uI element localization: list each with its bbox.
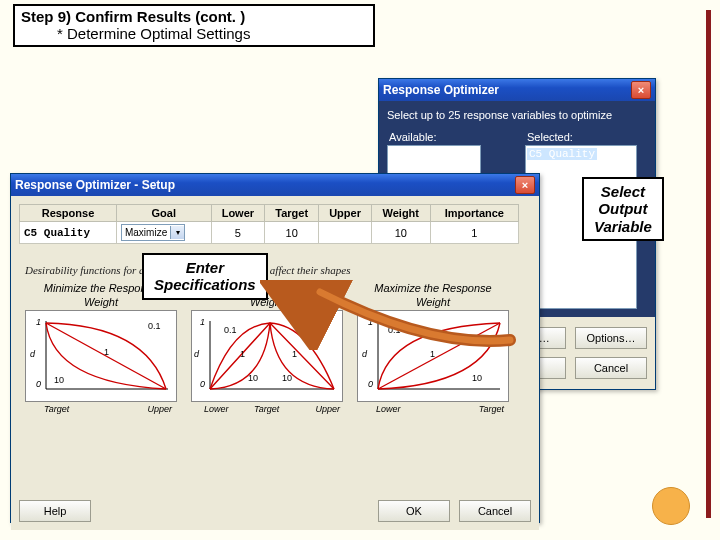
cell-lower[interactable]: 5	[211, 222, 265, 244]
cell-upper[interactable]	[319, 222, 372, 244]
svg-text:0.1: 0.1	[148, 321, 161, 331]
graph-minimize: Minimize the Response Weight 0.1	[25, 282, 177, 402]
step-subtitle: * Determine Optimal Settings	[57, 25, 367, 42]
col-importance: Importance	[430, 205, 518, 222]
desirability-graphs: Minimize the Response Weight 0.1	[25, 282, 531, 402]
cell-response: C5 Quality	[20, 222, 117, 244]
svg-text:0.1: 0.1	[224, 325, 237, 335]
table-header-row: Response Goal Lower Target Upper Weight …	[20, 205, 519, 222]
graph-maximize: Maximize the Response Weight 0.1	[357, 282, 509, 402]
svg-text:1: 1	[292, 349, 297, 359]
window-title: Response Optimizer	[383, 83, 499, 97]
available-label: Available:	[389, 131, 481, 143]
col-goal: Goal	[116, 205, 211, 222]
callout-enter-specifications: Enter Specifications	[142, 253, 268, 300]
options-button[interactable]: Options…	[575, 327, 647, 349]
ok-button[interactable]: OK	[378, 500, 450, 522]
cancel-button[interactable]: Cancel	[459, 500, 531, 522]
plot: 0.1 0.1 1 1 10 10 d 1 0 Lower Target Upp…	[191, 310, 343, 402]
plot: 0.1 1 10 d 1 0 Target Upper	[25, 310, 177, 402]
goal-combo[interactable]: Maximize▾	[121, 224, 185, 241]
chevron-down-icon[interactable]: ▾	[170, 226, 184, 239]
svg-text:1: 1	[430, 349, 435, 359]
plot: 0.1 1 10 d 1 0 Lower Target	[357, 310, 509, 402]
svg-text:1: 1	[104, 347, 109, 357]
col-upper: Upper	[319, 205, 372, 222]
cell-weight[interactable]: 10	[371, 222, 430, 244]
graph-title: Maximize the Response	[357, 282, 509, 294]
cancel-button[interactable]: Cancel	[575, 357, 647, 379]
cell-target[interactable]: 10	[265, 222, 319, 244]
selected-label: Selected:	[527, 131, 637, 143]
svg-text:0.1: 0.1	[302, 325, 315, 335]
svg-text:1: 1	[240, 349, 245, 359]
titlebar[interactable]: Response Optimizer ×	[379, 79, 655, 101]
selected-item[interactable]: C5 Quality	[527, 148, 597, 160]
close-icon[interactable]: ×	[515, 176, 535, 194]
help-button[interactable]: Help	[19, 500, 91, 522]
svg-text:10: 10	[282, 373, 292, 383]
col-lower: Lower	[211, 205, 265, 222]
step-heading-box: Step 9) Confirm Results (cont. ) * Deter…	[13, 4, 375, 47]
cell-importance[interactable]: 1	[430, 222, 518, 244]
cell-goal[interactable]: Maximize▾	[116, 222, 211, 244]
callout-select-output-variable: Select Output Variable	[582, 177, 664, 241]
dialog-prompt: Select up to 25 response variables to op…	[387, 109, 647, 121]
col-target: Target	[265, 205, 319, 222]
svg-text:10: 10	[248, 373, 258, 383]
close-icon[interactable]: ×	[631, 81, 651, 99]
table-row: C5 Quality Maximize▾ 5 10 10 1	[20, 222, 519, 244]
svg-text:10: 10	[472, 373, 482, 383]
desirability-label: Desirability functions for different goa…	[25, 264, 531, 276]
svg-text:0.1: 0.1	[388, 325, 401, 335]
response-table: Response Goal Lower Target Upper Weight …	[19, 204, 519, 244]
col-response: Response	[20, 205, 117, 222]
decorative-dot	[652, 487, 690, 525]
step-title: Step 9) Confirm Results (cont. )	[21, 8, 367, 25]
window-title: Response Optimizer - Setup	[15, 178, 175, 192]
graph-target: Hit a target value Weight 0.1	[191, 282, 343, 402]
col-weight: Weight	[371, 205, 430, 222]
response-optimizer-setup-dialog: Response Optimizer - Setup × Response Go…	[10, 173, 540, 523]
graph-weight-label: Weight	[357, 296, 509, 308]
titlebar[interactable]: Response Optimizer - Setup ×	[11, 174, 539, 196]
svg-text:10: 10	[54, 375, 64, 385]
accent-bar	[706, 10, 711, 518]
